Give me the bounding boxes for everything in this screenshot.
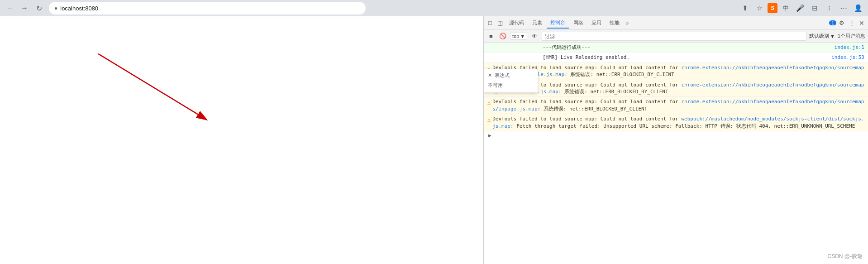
success-message-source[interactable]: index.js:1 [835,44,864,51]
hmr-message-source[interactable]: index.js:53 [831,54,864,61]
devtools-panel: □ ◫ 源代码 元素 控制台 网络 应用 性能 » 1 ⚙ ⋮ ✕ ■ 🚫 [483,16,868,264]
expression-title: 表达式 [495,72,510,79]
warning-2-link[interactable]: chrome-extension://nkbihfbeogaeaoehIefnk… [492,82,864,95]
devtools-main-toolbar: □ ◫ 源代码 元素 控制台 网络 应用 性能 » 1 ⚙ ⋮ ✕ [484,16,868,30]
warning-4-text: DevTools failed to load source map: Coul… [492,115,864,130]
back-button[interactable]: ← [4,2,16,14]
console-message-hmr: [HMR] Live Reloading enabled. index.js:5… [484,53,868,62]
devtools-tab-application[interactable]: 应用 [588,18,605,28]
console-message-success: ---代码运行成功--- index.js:1 [484,43,868,53]
warning-3-text: DevTools failed to load source map: Coul… [492,98,864,112]
svg-line-1 [98,54,207,120]
warning-4-link[interactable]: webpack://mustachedom/node_modules/sockj… [492,116,864,129]
log-level-label: 默认级别 [809,33,829,39]
eye-icon[interactable]: 👁 [530,32,539,41]
browser-toolbar-right: ⬆ ☆ S 中 🎤 ⊟ ⁝ ⋯ 👤 [739,2,864,14]
devtools-tab-console[interactable]: 控制台 [547,17,569,29]
watermark: CSDN @-胶瑞 [827,253,863,260]
expand-button[interactable]: ► [484,131,868,139]
context-label: top [512,34,519,39]
chevron-down-icon: ▼ [520,34,525,39]
devtools-tab-sources[interactable]: 源代码 [506,18,528,28]
warning-1-link[interactable]: chrome-extension://nkbihfbeogaeaoehIefnk… [492,65,864,77]
log-level-chevron: ▼ [830,34,835,39]
console-message-warning-2: △ DevTools failed to load source map: Co… [484,80,868,97]
grid-icon[interactable]: ⊟ [808,2,821,14]
sogou-icon: S [768,3,777,13]
main-area: □ ◫ 源代码 元素 控制台 网络 应用 性能 » 1 ⚙ ⋮ ✕ ■ 🚫 [0,16,868,264]
extensions-area: S 中 🎤 ⊟ ⁝ [768,2,835,14]
console-message-warning-1: △ DevTools failed to load source map: Co… [484,63,868,80]
devtools-overflow-icon[interactable]: ⋮ [847,19,856,28]
console-clear-button[interactable]: ■ [486,32,496,41]
share-icon[interactable]: ⬆ [739,2,751,14]
context-selector[interactable]: top ▼ [510,33,527,40]
lock-icon: ● [54,5,57,11]
nav-buttons: ← → ↻ [4,2,45,14]
devtools-inspect-icon[interactable]: □ [486,19,495,28]
address-bar[interactable]: ● localhost:8080 [49,2,366,14]
hmr-message-text: [HMR] Live Reloading enabled. [543,54,830,61]
console-filter-input[interactable] [542,32,806,41]
close-icon[interactable]: ✕ [488,72,492,78]
console-message-warning-3: △ DevTools failed to load source map: Co… [484,97,868,114]
devtools-tab-performance[interactable]: 性能 [606,18,623,28]
console-badge: 1 [829,20,836,25]
warning-2-text: DevTools failed to load source map: Coul… [492,82,864,96]
chinese-icon[interactable]: 中 [779,2,792,14]
console-secondary-toolbar: ■ 🚫 top ▼ 👁 默认级别 ▼ 1个用户消息 [484,30,868,43]
bookmark-icon[interactable]: ☆ [753,2,766,14]
devtools-device-icon[interactable]: ◫ [496,19,505,28]
user-messages-label: 1个用户消息 [838,33,865,39]
apps-icon[interactable]: ⁝ [823,2,835,14]
expression-unavailable: 不可用 [484,80,538,91]
log-level-selector[interactable]: 默认级别 ▼ [809,33,835,39]
console-message-warning-4: △ DevTools failed to load source map: Co… [484,114,868,131]
warning-3-link[interactable]: chrome-extension://nkbihfbeogaeaoehIefnk… [492,99,864,111]
mic-icon[interactable]: 🎤 [794,2,806,14]
reload-button[interactable]: ↻ [33,2,45,14]
devtools-settings-icon[interactable]: ⚙ [837,19,846,28]
browser-window: ← → ↻ ● localhost:8080 ⬆ ☆ S 中 🎤 ⊟ ⁝ ⋯ 👤 [0,0,868,264]
expression-popup-header: ✕ 表达式 [484,71,538,80]
success-message-text: ---代码运行成功--- [543,44,833,51]
devtools-tab-elements[interactable]: 元素 [529,18,546,28]
web-content [0,16,483,264]
warning-icon-3: △ [487,99,491,106]
warning-icon-4: △ [487,116,491,124]
red-arrow-annotation [91,43,226,134]
console-output: ✕ 表达式 不可用 ---代码运行成功--- index.js:1 [HMR] … [484,43,868,264]
devtools-more-tabs[interactable]: » [624,19,630,27]
url-text: localhost:8080 [60,5,98,12]
devtools-tab-network[interactable]: 网络 [570,18,587,28]
more-icon[interactable]: ⋯ [837,2,850,14]
expression-popup: ✕ 表达式 不可用 [484,69,538,93]
browser-titlebar: ← → ↻ ● localhost:8080 ⬆ ☆ S 中 🎤 ⊟ ⁝ ⋯ 👤 [0,0,868,16]
devtools-close-button[interactable]: ✕ [857,19,866,28]
console-filter-icon[interactable]: 🚫 [498,32,507,41]
forward-button[interactable]: → [18,2,31,14]
profile-icon[interactable]: 👤 [852,2,864,14]
warning-1-text: DevTools failed to load source map: Coul… [492,64,864,78]
